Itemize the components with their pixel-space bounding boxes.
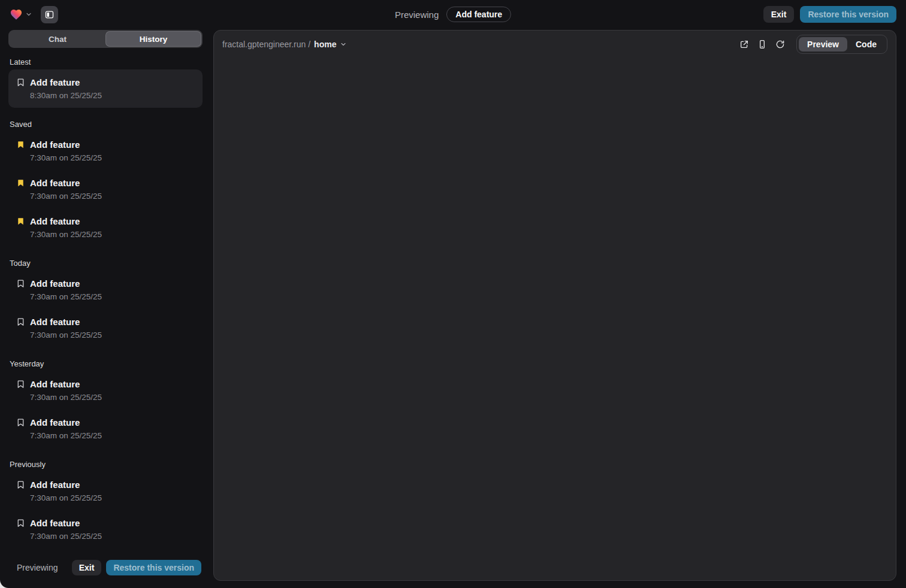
history-item-title: Add feature	[30, 278, 80, 289]
history-section-title: Saved	[10, 120, 200, 129]
history-item-title: Add feature	[30, 379, 80, 389]
bookmark-icon	[16, 379, 25, 389]
bookmark-icon	[16, 216, 25, 226]
history-item-time: 7:30am on 25/25/25	[30, 329, 195, 341]
tab-chat[interactable]: Chat	[10, 31, 105, 47]
heart-gradient-icon	[10, 8, 23, 20]
history-item-time: 7:30am on 25/25/25	[30, 291, 195, 303]
sidebar-footer: Previewing Exit Restore this version	[8, 554, 203, 581]
history-item[interactable]: Add feature 7:30am on 25/25/25	[8, 132, 203, 170]
history-item[interactable]: Add feature 7:30am on 25/25/25	[8, 472, 203, 510]
external-link-icon	[739, 40, 749, 49]
history-section-title: Yesterday	[10, 359, 200, 369]
preview-header: fractal.gptengineer.run / home	[214, 31, 896, 58]
toggle-preview[interactable]: Preview	[799, 37, 847, 51]
history-section: Yesterday Add feature 7:30am on 25/25/25…	[8, 359, 203, 448]
mobile-phone-icon	[757, 40, 767, 49]
history-item[interactable]: Add feature 7:30am on 25/25/25	[8, 371, 203, 410]
history-item-title: Add feature	[30, 417, 80, 428]
history-item-time: 8:30am on 25/25/25	[30, 90, 195, 102]
history-item-title: Add feature	[30, 480, 80, 490]
sidebar: Chat History Latest Add feature 8:30am o…	[8, 30, 203, 581]
chevron-down-icon	[340, 41, 347, 48]
refresh-icon	[775, 40, 785, 49]
history-item-time: 7:30am on 25/25/25	[30, 190, 195, 202]
view-toggle: Preview Code	[796, 35, 887, 54]
history-item-time: 7:30am on 25/25/25	[30, 430, 195, 442]
history-item-title: Add feature	[30, 317, 80, 327]
preview-panel: fractal.gptengineer.run / home	[213, 30, 896, 581]
sidebar-toggle-icon	[44, 10, 55, 20]
version-badge[interactable]: Add feature	[446, 7, 511, 22]
mobile-view-button[interactable]	[754, 37, 770, 52]
history-item-time: 7:30am on 25/25/25	[30, 152, 195, 164]
history-item[interactable]: Add feature 7:30am on 25/25/25	[8, 309, 203, 347]
history-item-title: Add feature	[30, 140, 80, 150]
history-section: Previously Add feature 7:30am on 25/25/2…	[8, 460, 203, 548]
bookmark-icon	[16, 178, 25, 187]
history-item[interactable]: Add feature 8:30am on 25/25/25	[8, 69, 203, 108]
preview-content	[214, 58, 896, 580]
bookmark-icon	[16, 518, 25, 528]
logo-menu-button[interactable]	[10, 8, 32, 20]
bookmark-icon	[16, 77, 25, 87]
history-item-title: Add feature	[30, 178, 80, 188]
history-item-title: Add feature	[30, 77, 80, 87]
tab-history[interactable]: History	[105, 31, 201, 47]
history-section-title: Previously	[10, 460, 200, 469]
history-section: Saved Add feature 7:30am on 25/25/25 Add…	[8, 120, 203, 247]
restore-version-button[interactable]: Restore this version	[800, 6, 896, 23]
history-item-time: 7:30am on 25/25/25	[30, 392, 195, 404]
history-item-time: 7:30am on 25/25/25	[30, 531, 195, 542]
refresh-button[interactable]	[772, 37, 788, 52]
breadcrumb[interactable]: fractal.gptengineer.run / home	[222, 40, 347, 49]
history-section-title: Latest	[10, 57, 200, 67]
history-item[interactable]: Add feature 7:30am on 25/25/25	[8, 410, 203, 448]
history-list: Latest Add feature 8:30am on 25/25/25 Sa…	[8, 53, 203, 554]
open-external-button[interactable]	[736, 37, 752, 52]
footer-previewing-label: Previewing	[17, 563, 58, 572]
breadcrumb-site: fractal.gptengineer.run /	[222, 40, 310, 49]
toggle-code[interactable]: Code	[847, 37, 885, 51]
history-item-time: 7:30am on 25/25/25	[30, 229, 195, 241]
history-item[interactable]: Add feature 7:30am on 25/25/25	[8, 510, 203, 548]
history-section: Today Add feature 7:30am on 25/25/25 Add…	[8, 259, 203, 347]
breadcrumb-page: home	[314, 40, 336, 49]
history-section: Latest Add feature 8:30am on 25/25/25	[8, 57, 203, 108]
bookmark-icon	[16, 417, 25, 427]
sidebar-toggle-button[interactable]	[41, 6, 58, 23]
footer-restore-version-button[interactable]: Restore this version	[106, 560, 201, 575]
bookmark-icon	[16, 140, 25, 149]
sidebar-tabbar: Chat History	[8, 30, 203, 48]
history-item[interactable]: Add feature 7:30am on 25/25/25	[8, 271, 203, 309]
chevron-down-icon	[25, 11, 32, 18]
topbar: Previewing Add feature Exit Restore this…	[0, 0, 906, 29]
history-item[interactable]: Add feature 7:30am on 25/25/25	[8, 208, 203, 247]
history-item-title: Add feature	[30, 216, 80, 226]
previewing-label: Previewing	[395, 10, 439, 20]
history-item-title: Add feature	[30, 518, 80, 528]
history-item-time: 7:30am on 25/25/25	[30, 492, 195, 504]
bookmark-icon	[16, 278, 25, 288]
exit-button[interactable]: Exit	[763, 6, 795, 23]
app-window: Previewing Add feature Exit Restore this…	[0, 0, 906, 588]
bookmark-icon	[16, 317, 25, 326]
bookmark-icon	[16, 480, 25, 489]
history-section-title: Today	[10, 259, 200, 268]
footer-exit-button[interactable]: Exit	[72, 560, 102, 575]
history-item[interactable]: Add feature 7:30am on 25/25/25	[8, 170, 203, 208]
